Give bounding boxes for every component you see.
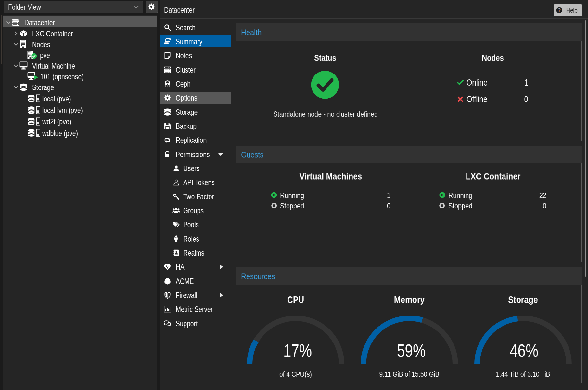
svg-text:?: ? xyxy=(558,7,561,13)
